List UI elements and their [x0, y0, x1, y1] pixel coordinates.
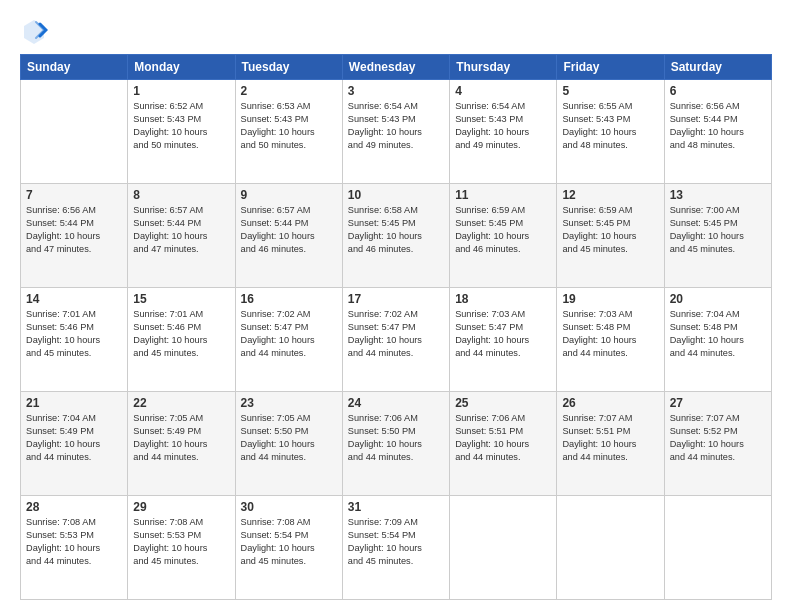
calendar-cell: 17Sunrise: 7:02 AM Sunset: 5:47 PM Dayli…	[342, 288, 449, 392]
day-number: 15	[133, 292, 229, 306]
day-info: Sunrise: 7:06 AM Sunset: 5:50 PM Dayligh…	[348, 412, 444, 464]
day-info: Sunrise: 7:08 AM Sunset: 5:54 PM Dayligh…	[241, 516, 337, 568]
calendar-cell: 12Sunrise: 6:59 AM Sunset: 5:45 PM Dayli…	[557, 184, 664, 288]
calendar-cell: 14Sunrise: 7:01 AM Sunset: 5:46 PM Dayli…	[21, 288, 128, 392]
calendar-day-header: Thursday	[450, 55, 557, 80]
calendar-week-row: 1Sunrise: 6:52 AM Sunset: 5:43 PM Daylig…	[21, 80, 772, 184]
day-info: Sunrise: 7:00 AM Sunset: 5:45 PM Dayligh…	[670, 204, 766, 256]
day-info: Sunrise: 6:54 AM Sunset: 5:43 PM Dayligh…	[348, 100, 444, 152]
day-info: Sunrise: 7:08 AM Sunset: 5:53 PM Dayligh…	[133, 516, 229, 568]
calendar-cell: 18Sunrise: 7:03 AM Sunset: 5:47 PM Dayli…	[450, 288, 557, 392]
calendar-week-row: 7Sunrise: 6:56 AM Sunset: 5:44 PM Daylig…	[21, 184, 772, 288]
day-info: Sunrise: 6:59 AM Sunset: 5:45 PM Dayligh…	[562, 204, 658, 256]
day-number: 31	[348, 500, 444, 514]
calendar-week-row: 14Sunrise: 7:01 AM Sunset: 5:46 PM Dayli…	[21, 288, 772, 392]
day-info: Sunrise: 6:57 AM Sunset: 5:44 PM Dayligh…	[241, 204, 337, 256]
day-info: Sunrise: 6:56 AM Sunset: 5:44 PM Dayligh…	[670, 100, 766, 152]
calendar-cell: 31Sunrise: 7:09 AM Sunset: 5:54 PM Dayli…	[342, 496, 449, 600]
calendar-cell: 1Sunrise: 6:52 AM Sunset: 5:43 PM Daylig…	[128, 80, 235, 184]
calendar-cell: 7Sunrise: 6:56 AM Sunset: 5:44 PM Daylig…	[21, 184, 128, 288]
calendar-cell: 4Sunrise: 6:54 AM Sunset: 5:43 PM Daylig…	[450, 80, 557, 184]
day-info: Sunrise: 7:06 AM Sunset: 5:51 PM Dayligh…	[455, 412, 551, 464]
calendar-header-row: SundayMondayTuesdayWednesdayThursdayFrid…	[21, 55, 772, 80]
day-number: 9	[241, 188, 337, 202]
day-number: 26	[562, 396, 658, 410]
day-number: 30	[241, 500, 337, 514]
day-number: 7	[26, 188, 122, 202]
day-info: Sunrise: 6:57 AM Sunset: 5:44 PM Dayligh…	[133, 204, 229, 256]
day-info: Sunrise: 7:01 AM Sunset: 5:46 PM Dayligh…	[133, 308, 229, 360]
logo	[20, 16, 52, 44]
day-number: 28	[26, 500, 122, 514]
day-info: Sunrise: 6:53 AM Sunset: 5:43 PM Dayligh…	[241, 100, 337, 152]
calendar-day-header: Saturday	[664, 55, 771, 80]
day-number: 29	[133, 500, 229, 514]
calendar-cell: 27Sunrise: 7:07 AM Sunset: 5:52 PM Dayli…	[664, 392, 771, 496]
calendar-cell: 30Sunrise: 7:08 AM Sunset: 5:54 PM Dayli…	[235, 496, 342, 600]
calendar-day-header: Friday	[557, 55, 664, 80]
day-info: Sunrise: 7:03 AM Sunset: 5:48 PM Dayligh…	[562, 308, 658, 360]
day-info: Sunrise: 7:09 AM Sunset: 5:54 PM Dayligh…	[348, 516, 444, 568]
calendar-cell: 28Sunrise: 7:08 AM Sunset: 5:53 PM Dayli…	[21, 496, 128, 600]
day-info: Sunrise: 7:01 AM Sunset: 5:46 PM Dayligh…	[26, 308, 122, 360]
calendar-cell: 19Sunrise: 7:03 AM Sunset: 5:48 PM Dayli…	[557, 288, 664, 392]
day-number: 23	[241, 396, 337, 410]
calendar-cell: 24Sunrise: 7:06 AM Sunset: 5:50 PM Dayli…	[342, 392, 449, 496]
calendar-cell: 9Sunrise: 6:57 AM Sunset: 5:44 PM Daylig…	[235, 184, 342, 288]
day-number: 2	[241, 84, 337, 98]
calendar-cell: 15Sunrise: 7:01 AM Sunset: 5:46 PM Dayli…	[128, 288, 235, 392]
day-info: Sunrise: 6:52 AM Sunset: 5:43 PM Dayligh…	[133, 100, 229, 152]
calendar-cell: 2Sunrise: 6:53 AM Sunset: 5:43 PM Daylig…	[235, 80, 342, 184]
day-info: Sunrise: 7:04 AM Sunset: 5:48 PM Dayligh…	[670, 308, 766, 360]
day-number: 6	[670, 84, 766, 98]
day-number: 13	[670, 188, 766, 202]
calendar-cell: 20Sunrise: 7:04 AM Sunset: 5:48 PM Dayli…	[664, 288, 771, 392]
calendar-cell: 22Sunrise: 7:05 AM Sunset: 5:49 PM Dayli…	[128, 392, 235, 496]
calendar-cell: 6Sunrise: 6:56 AM Sunset: 5:44 PM Daylig…	[664, 80, 771, 184]
calendar-cell: 13Sunrise: 7:00 AM Sunset: 5:45 PM Dayli…	[664, 184, 771, 288]
calendar-day-header: Wednesday	[342, 55, 449, 80]
logo-icon	[20, 16, 48, 44]
calendar-cell: 23Sunrise: 7:05 AM Sunset: 5:50 PM Dayli…	[235, 392, 342, 496]
calendar-cell: 5Sunrise: 6:55 AM Sunset: 5:43 PM Daylig…	[557, 80, 664, 184]
calendar-day-header: Sunday	[21, 55, 128, 80]
calendar-cell: 25Sunrise: 7:06 AM Sunset: 5:51 PM Dayli…	[450, 392, 557, 496]
day-number: 18	[455, 292, 551, 306]
day-number: 24	[348, 396, 444, 410]
day-number: 17	[348, 292, 444, 306]
day-info: Sunrise: 7:02 AM Sunset: 5:47 PM Dayligh…	[348, 308, 444, 360]
calendar-cell: 10Sunrise: 6:58 AM Sunset: 5:45 PM Dayli…	[342, 184, 449, 288]
calendar-cell: 16Sunrise: 7:02 AM Sunset: 5:47 PM Dayli…	[235, 288, 342, 392]
calendar-week-row: 28Sunrise: 7:08 AM Sunset: 5:53 PM Dayli…	[21, 496, 772, 600]
day-info: Sunrise: 6:55 AM Sunset: 5:43 PM Dayligh…	[562, 100, 658, 152]
day-number: 12	[562, 188, 658, 202]
calendar-day-header: Tuesday	[235, 55, 342, 80]
calendar-cell: 8Sunrise: 6:57 AM Sunset: 5:44 PM Daylig…	[128, 184, 235, 288]
calendar-cell: 21Sunrise: 7:04 AM Sunset: 5:49 PM Dayli…	[21, 392, 128, 496]
day-number: 11	[455, 188, 551, 202]
calendar-cell	[21, 80, 128, 184]
day-info: Sunrise: 7:07 AM Sunset: 5:51 PM Dayligh…	[562, 412, 658, 464]
day-number: 4	[455, 84, 551, 98]
calendar-day-header: Monday	[128, 55, 235, 80]
day-info: Sunrise: 6:58 AM Sunset: 5:45 PM Dayligh…	[348, 204, 444, 256]
day-number: 27	[670, 396, 766, 410]
day-number: 25	[455, 396, 551, 410]
day-number: 8	[133, 188, 229, 202]
day-number: 1	[133, 84, 229, 98]
calendar-cell	[450, 496, 557, 600]
calendar-cell: 29Sunrise: 7:08 AM Sunset: 5:53 PM Dayli…	[128, 496, 235, 600]
day-info: Sunrise: 6:54 AM Sunset: 5:43 PM Dayligh…	[455, 100, 551, 152]
day-number: 21	[26, 396, 122, 410]
calendar-cell: 11Sunrise: 6:59 AM Sunset: 5:45 PM Dayli…	[450, 184, 557, 288]
day-number: 14	[26, 292, 122, 306]
day-info: Sunrise: 7:05 AM Sunset: 5:49 PM Dayligh…	[133, 412, 229, 464]
calendar-week-row: 21Sunrise: 7:04 AM Sunset: 5:49 PM Dayli…	[21, 392, 772, 496]
calendar-cell	[557, 496, 664, 600]
day-info: Sunrise: 7:02 AM Sunset: 5:47 PM Dayligh…	[241, 308, 337, 360]
day-number: 3	[348, 84, 444, 98]
day-number: 19	[562, 292, 658, 306]
calendar-table: SundayMondayTuesdayWednesdayThursdayFrid…	[20, 54, 772, 600]
page: SundayMondayTuesdayWednesdayThursdayFrid…	[0, 0, 792, 612]
day-info: Sunrise: 6:59 AM Sunset: 5:45 PM Dayligh…	[455, 204, 551, 256]
